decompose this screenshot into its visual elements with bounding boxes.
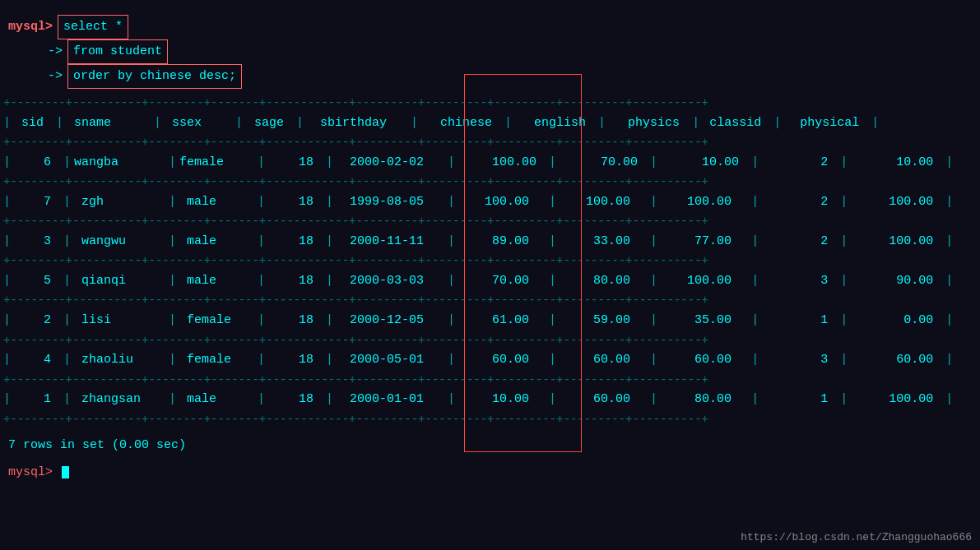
table-row: | 3 | wangwu | male | 18 | 2000-11-11 | … [3, 230, 977, 254]
table-row: | 7 | zgh | male | 18 | 1999-08-05 | 100… [3, 191, 977, 215]
table-header: | sid | sname | ssex | sage | sbirthday … [3, 112, 977, 136]
header-physics: physics [606, 112, 692, 136]
header-sid: sid [11, 112, 56, 136]
results-table: +--------+----------+--------+-------+--… [0, 95, 980, 428]
mysql-prompt: mysql> [8, 17, 53, 37]
header-physical: physical [781, 112, 871, 136]
header-english: english [512, 112, 598, 136]
table-row: | 5 | qianqi | male | 18 | 2000-03-03 | … [3, 270, 977, 293]
sql-code-2: from student [73, 44, 162, 58]
final-prompt-line: mysql> [8, 461, 972, 483]
cursor [62, 466, 69, 478]
divider-header: +--------+----------+--------+-------+--… [3, 135, 977, 151]
divider-row: +--------+----------+--------+-------+--… [3, 372, 977, 389]
table-row: | 4 | zhaoliu | female | 18 | 2000-05-01… [3, 349, 977, 372]
sql-line-1: mysql> select * [8, 15, 972, 39]
divider-row: +--------+----------+--------+-------+--… [3, 214, 977, 230]
header-sname: sname [63, 112, 154, 136]
arrow-1: -> [48, 42, 63, 62]
final-mysql-prompt: mysql> [8, 465, 53, 479]
header-sage: sage [243, 112, 296, 136]
divider-row: +--------+----------+--------+-------+--… [3, 293, 977, 309]
header-sbirthday: sbirthday [304, 112, 411, 136]
arrow-2: -> [48, 67, 63, 86]
sql-code-3: order by chinese desc; [73, 69, 236, 83]
sql-code-1: select * [63, 20, 123, 34]
watermark: https://blog.csdn.net/Zhangguohao666 [741, 531, 972, 543]
terminal: mysql> select * -> from student -> order… [0, 0, 980, 550]
table-row: | 6 | wangba | female | 18 | 2000-02-02 … [3, 151, 977, 175]
table-row: | 2 | lisi | female | 18 | 2000-12-05 | … [3, 309, 977, 333]
sql-box-3: order by chinese desc; [67, 64, 242, 89]
sql-box: select * [58, 15, 128, 39]
divider-row: +--------+----------+--------+-------+--… [3, 174, 977, 191]
divider-top: +--------+----------+--------+-------+--… [3, 95, 977, 112]
divider-bottom: +--------+----------+--------+-------+--… [3, 412, 977, 428]
row-count: 7 rows in set (0.00 sec) [8, 434, 972, 456]
sql-line-2: -> from student [8, 39, 972, 64]
footer-area: 7 rows in set (0.00 sec) mysql> [0, 428, 980, 490]
divider-row: +--------+----------+--------+-------+--… [3, 333, 977, 349]
sql-line-3: -> order by chinese desc; [8, 64, 972, 89]
sql-query-block: mysql> select * -> from student -> order… [0, 8, 980, 95]
header-chinese: chinese [418, 112, 504, 136]
sql-box-2: from student [67, 39, 168, 64]
divider-row: +--------+----------+--------+-------+--… [3, 253, 977, 270]
header-classid: classid [699, 112, 773, 136]
header-ssex: ssex [161, 112, 235, 136]
table-row: | 1 | zhangsan | male | 18 | 2000-01-01 … [3, 388, 977, 412]
